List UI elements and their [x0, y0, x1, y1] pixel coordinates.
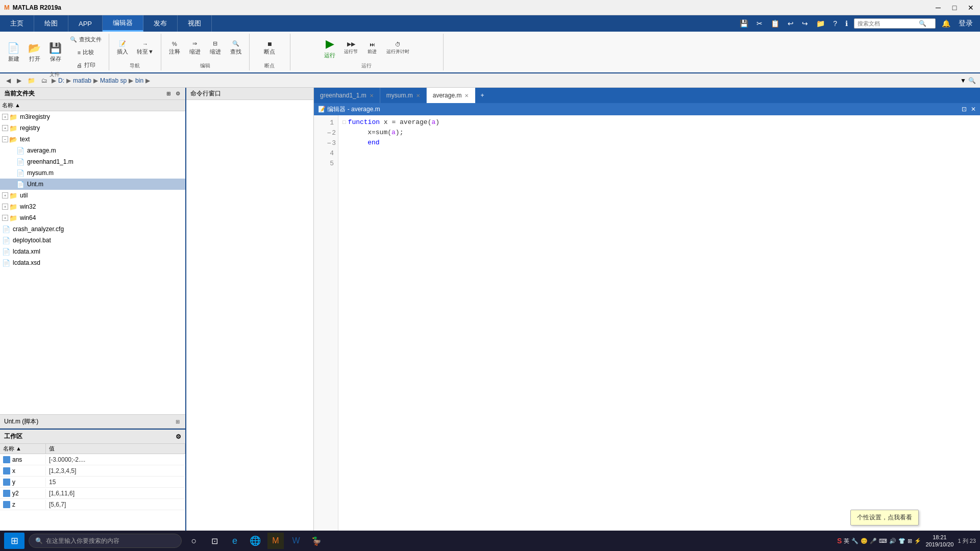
menu-tab-view[interactable]: 视图: [178, 15, 212, 32]
minimize-button[interactable]: ─: [933, 3, 943, 13]
taskbar-icon-misc[interactable]: 🦆: [308, 533, 325, 549]
tree-item-text[interactable]: − 📂 text: [0, 134, 185, 145]
run-timed-button[interactable]: ⏱ 运行并计时: [383, 39, 412, 57]
path-d[interactable]: D:: [58, 77, 64, 84]
menu-tab-plot[interactable]: 绘图: [34, 15, 68, 32]
editor-close-icon[interactable]: ✕: [971, 106, 976, 113]
taskbar-icon-browser[interactable]: 🌐: [247, 533, 263, 549]
sysray-icon-8[interactable]: ⊞: [908, 538, 912, 544]
run-button[interactable]: ▶ 运行: [321, 35, 339, 61]
path-matlab[interactable]: matlab: [73, 77, 91, 84]
print-button[interactable]: 🖨 打印: [67, 59, 105, 71]
collapse-line1[interactable]: □: [342, 117, 346, 128]
editor-undock-icon[interactable]: ⊡: [962, 106, 967, 113]
insert-button[interactable]: 📝 插入: [113, 38, 132, 58]
expand-util[interactable]: +: [2, 192, 8, 198]
tree-item-win32[interactable]: + 📁 win32: [0, 201, 185, 212]
add-tab-button[interactable]: +: [475, 88, 489, 103]
sysray-icon-4[interactable]: 🎤: [870, 538, 877, 544]
undo-icon[interactable]: ↩: [786, 17, 796, 30]
expand-win64[interactable]: +: [2, 215, 8, 221]
open-button[interactable]: 📂 打开: [25, 40, 44, 65]
tab-close-mysum[interactable]: ✕: [416, 93, 420, 98]
redo-icon[interactable]: ↪: [800, 17, 810, 30]
panel-collapse-button[interactable]: ⊞: [165, 90, 172, 97]
search-box[interactable]: 🔍: [854, 18, 936, 29]
info-icon[interactable]: ℹ: [843, 17, 850, 30]
run-advance-button[interactable]: ⏭ 前进: [363, 39, 381, 57]
login-button[interactable]: 登录: [957, 17, 975, 30]
code-content[interactable]: □ function x = average( a ) x=sum( a );: [338, 115, 980, 531]
save-icon[interactable]: 💾: [738, 17, 750, 30]
ws-row-x[interactable]: x [1,2,3,4,5]: [0, 465, 185, 477]
tab-greenhand[interactable]: greenhand1_1.m ✕: [314, 88, 380, 103]
path-matlabsp[interactable]: Matlab sp: [100, 77, 127, 84]
cut-icon[interactable]: ✂: [754, 17, 765, 30]
tree-item-unt[interactable]: 📄 Unt.m: [0, 179, 185, 190]
script-panel-expand[interactable]: ⊞: [174, 418, 181, 425]
search-input[interactable]: [857, 20, 919, 27]
run-section-button[interactable]: ▶▶ 运行节: [341, 39, 361, 57]
copy-icon[interactable]: 📋: [769, 17, 781, 30]
breakpoint-button[interactable]: ⏹ 断点: [260, 39, 279, 58]
taskbar-icon-ie[interactable]: e: [227, 533, 243, 549]
expand-m3iregistry[interactable]: +: [2, 114, 8, 120]
tree-item-mysum[interactable]: 📄 mysum.m: [0, 167, 185, 179]
menu-tab-editor[interactable]: 编辑器: [103, 15, 143, 32]
path-search-icon[interactable]: 🔍: [968, 77, 976, 84]
taskbar-icon-word[interactable]: W: [288, 533, 304, 549]
ws-row-z[interactable]: z [5,6,7]: [0, 499, 185, 510]
tree-item-m3iregistry[interactable]: + 📁 m3iregistry: [0, 111, 185, 122]
tree-item-lcdata-xml[interactable]: 📄 lcdata.xml: [0, 246, 185, 257]
sysray-icon-9[interactable]: ⚡: [914, 538, 921, 544]
tab-close-average[interactable]: ✕: [464, 93, 469, 98]
close-button[interactable]: ✕: [966, 3, 976, 13]
tab-close-greenhand[interactable]: ✕: [370, 93, 374, 98]
save-button[interactable]: 💾 保存: [46, 40, 65, 65]
ws-row-ans[interactable]: ans [-3.0000;-2....: [0, 454, 185, 465]
taskbar-time[interactable]: 18:21 2019/10/20: [925, 534, 953, 548]
new-button[interactable]: 📄 新建: [4, 40, 23, 65]
help-icon[interactable]: ?: [831, 17, 839, 30]
tree-item-registry[interactable]: + 📁 registry: [0, 122, 185, 134]
tree-item-util[interactable]: + 📁 util: [0, 190, 185, 201]
expand-win32[interactable]: +: [2, 204, 8, 210]
sysray-icon-5[interactable]: ⌨: [879, 538, 887, 544]
taskbar-icon-cortana[interactable]: ○: [186, 533, 202, 549]
ws-row-y2[interactable]: y2 [1,6,11,6]: [0, 488, 185, 499]
parent-button[interactable]: 🗂: [39, 76, 50, 85]
expand-text[interactable]: −: [2, 136, 8, 142]
sysray-icon-7[interactable]: 👕: [898, 538, 905, 544]
compare-button[interactable]: ≡ 比较: [67, 46, 105, 58]
tree-item-greenhand[interactable]: 📄 greenhand1_1.m: [0, 156, 185, 167]
expand-registry[interactable]: +: [2, 125, 8, 131]
back-button[interactable]: ◀: [4, 76, 13, 85]
sysray-icon-6[interactable]: 🔊: [889, 538, 896, 544]
menu-tab-app[interactable]: APP: [68, 15, 103, 32]
sysray-icon-3[interactable]: 😊: [861, 538, 868, 544]
taskbar-icon-multitask[interactable]: ⊡: [206, 533, 223, 549]
cmd-content[interactable]: [186, 100, 313, 531]
indent-button[interactable]: ⇒ 缩进: [186, 38, 204, 58]
menu-tab-home[interactable]: 主页: [0, 15, 34, 32]
sysray-icon-1[interactable]: S: [837, 537, 842, 545]
file-col-header[interactable]: 名称 ▲: [0, 100, 185, 111]
tree-item-lcdata-xsd[interactable]: 📄 lcdata.xsd: [0, 257, 185, 268]
tree-item-average[interactable]: 📄 average.m: [0, 145, 185, 156]
lang-indicator[interactable]: 英: [844, 537, 849, 545]
sysray-icon-2[interactable]: 🔧: [851, 538, 859, 544]
start-button[interactable]: ⊞: [4, 533, 24, 549]
forward-button[interactable]: ▶: [15, 76, 23, 85]
comment-button[interactable]: % 注释: [165, 39, 184, 58]
code-area[interactable]: 1 — 2 — 3 4 5: [314, 115, 980, 531]
path-bin[interactable]: bin: [135, 77, 143, 84]
tab-mysum[interactable]: mysum.m ✕: [380, 88, 427, 103]
goto-button[interactable]: → 转至▼: [134, 39, 157, 58]
menu-tab-publish[interactable]: 发布: [143, 15, 178, 32]
tree-item-deploy[interactable]: 📄 deploytool.bat: [0, 235, 185, 246]
tree-item-win64[interactable]: + 📁 win64: [0, 212, 185, 223]
taskbar-search[interactable]: 🔍 在这里输入你要搜索的内容: [29, 534, 182, 548]
find-button[interactable]: 🔍 查找: [227, 38, 245, 58]
find-file-button[interactable]: 🔍 查找文件: [67, 34, 105, 45]
workspace-options[interactable]: ⚙: [176, 433, 181, 440]
